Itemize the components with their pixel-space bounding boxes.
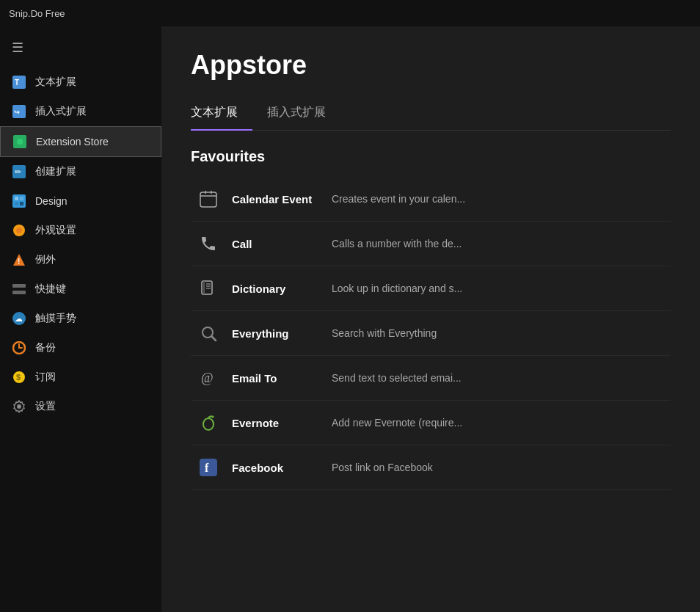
- sidebar-icon-text-extension: T: [12, 75, 26, 90]
- sidebar-label-shortcuts: 快捷键: [35, 283, 66, 296]
- extension-item-call[interactable]: CallCalls a number with the de...: [191, 222, 671, 266]
- svg-text:☁: ☁: [15, 314, 23, 323]
- sidebar-label-gestures: 触摸手势: [35, 312, 76, 325]
- svg-rect-18: [12, 291, 26, 294]
- sidebar-label-insert-extension: 插入式扩展: [35, 105, 87, 118]
- sidebar-icon-settings: [12, 399, 26, 414]
- tabs-bar: 文本扩展插入式扩展: [191, 98, 671, 131]
- svg-point-37: [203, 418, 214, 430]
- tab-text-ext-tab[interactable]: 文本扩展: [191, 99, 252, 131]
- app-title: Snip.Do Free: [9, 8, 65, 19]
- extension-name-everything: Everything: [232, 327, 320, 340]
- svg-point-38: [212, 416, 214, 418]
- svg-rect-8: [12, 194, 26, 208]
- main-layout: ☰ T文本扩展↪插入式扩展Extension Store✏创建扩展Design外…: [0, 26, 700, 612]
- sidebar-icon-gestures: ☁: [12, 311, 26, 326]
- sidebar-label-exceptions: 例外: [35, 253, 56, 266]
- tab-insert-ext-tab[interactable]: 插入式扩展: [267, 99, 340, 131]
- sidebar-icon-design: [12, 194, 26, 208]
- svg-text:f: f: [205, 462, 209, 474]
- svg-text:✏: ✏: [15, 167, 22, 176]
- svg-rect-10: [20, 197, 23, 200]
- extension-icon-call: [197, 232, 220, 255]
- sidebar-label-appearance: 外观设置: [35, 224, 76, 237]
- sidebar-item-shortcuts[interactable]: 快捷键: [0, 274, 161, 304]
- svg-rect-9: [15, 197, 18, 200]
- sidebar-item-insert-extension[interactable]: ↪插入式扩展: [0, 97, 161, 126]
- extension-icon-everything: [197, 321, 220, 345]
- sidebar-icon-subscription: $: [12, 370, 26, 385]
- sidebar-label-create-extension: 创建扩展: [35, 165, 76, 178]
- extension-desc-facebook: Post link on Facebook: [332, 462, 665, 473]
- tabs-container: 文本扩展插入式扩展: [191, 98, 355, 130]
- extension-item-evernote[interactable]: EvernoteAdd new Evernote (require...: [191, 401, 671, 445]
- sidebar-icon-insert-extension: ↪: [12, 104, 26, 119]
- sidebar-icon-extension-store: [12, 134, 27, 149]
- svg-text:!: !: [18, 258, 20, 266]
- sidebar-item-design[interactable]: Design: [0, 186, 161, 216]
- extension-icon-dictionary: [197, 277, 220, 300]
- sidebar-item-text-extension[interactable]: T文本扩展: [0, 68, 161, 97]
- svg-point-5: [17, 139, 23, 145]
- extension-name-dictionary: Dictionary: [232, 283, 320, 295]
- svg-point-14: [16, 227, 22, 233]
- sidebar-icon-shortcuts: [12, 282, 26, 296]
- sidebar-icon-backup: [12, 340, 26, 355]
- extension-desc-call: Calls a number with the de...: [332, 238, 665, 249]
- sidebar-label-settings: 设置: [35, 400, 56, 413]
- extension-item-email-to[interactable]: @Email ToSend text to selected emai...: [191, 356, 671, 401]
- extension-list: Calendar EventCreates event in your cale…: [191, 177, 671, 490]
- extension-item-everything[interactable]: EverythingSearch with Everything: [191, 311, 671, 356]
- sidebar-label-backup: 备份: [35, 341, 56, 354]
- extension-item-calendar-event[interactable]: Calendar EventCreates event in your cale…: [191, 177, 671, 222]
- svg-point-24: [17, 404, 21, 409]
- svg-rect-17: [12, 284, 26, 288]
- content-area: Appstore 文本扩展插入式扩展 Favourites Calendar E…: [161, 26, 700, 612]
- sidebar-item-extension-store[interactable]: Extension Store: [0, 126, 161, 157]
- extension-item-dictionary[interactable]: DictionaryLook up in dictionary and s...: [191, 266, 671, 311]
- extension-item-facebook[interactable]: fFacebookPost link on Facebook: [191, 445, 671, 490]
- extension-icon-facebook: f: [197, 456, 220, 479]
- sidebar: ☰ T文本扩展↪插入式扩展Extension Store✏创建扩展Design外…: [0, 26, 161, 612]
- sidebar-item-exceptions[interactable]: !例外: [0, 245, 161, 274]
- sidebar-item-subscription[interactable]: $订阅: [0, 363, 161, 392]
- sidebar-label-subscription: 订阅: [35, 371, 56, 384]
- sidebar-item-settings[interactable]: 设置: [0, 392, 161, 421]
- sidebar-label-design: Design: [35, 195, 68, 207]
- svg-rect-25: [200, 192, 216, 207]
- svg-rect-12: [20, 202, 23, 205]
- extension-name-call: Call: [232, 238, 320, 250]
- sidebar-icon-exceptions: !: [12, 252, 26, 267]
- extension-desc-dictionary: Look up in dictionary and s...: [332, 283, 665, 294]
- extension-icon-email-to: @: [197, 366, 220, 390]
- sidebar-item-create-extension[interactable]: ✏创建扩展: [0, 157, 161, 186]
- titlebar: Snip.Do Free: [0, 0, 700, 26]
- sidebar-icon-appearance: [12, 223, 26, 238]
- sidebar-items: T文本扩展↪插入式扩展Extension Store✏创建扩展Design外观设…: [0, 68, 161, 421]
- extension-name-facebook: Facebook: [232, 462, 320, 474]
- extension-name-evernote: Evernote: [232, 417, 320, 429]
- hamburger-icon: ☰: [12, 40, 23, 56]
- extension-desc-calendar-event: Creates event in your calen...: [332, 193, 665, 205]
- sidebar-label-text-extension: 文本扩展: [35, 76, 76, 89]
- sidebar-icon-create-extension: ✏: [12, 164, 26, 179]
- svg-text:T: T: [15, 79, 19, 87]
- sidebar-item-appearance[interactable]: 外观设置: [0, 216, 161, 245]
- sidebar-item-gestures[interactable]: ☁触摸手势: [0, 304, 161, 333]
- svg-text:$: $: [16, 373, 21, 382]
- extension-icon-evernote: [197, 411, 220, 434]
- section-title: Favourites: [191, 148, 671, 165]
- page-title: Appstore: [191, 50, 671, 81]
- extension-desc-everything: Search with Everything: [332, 327, 665, 339]
- sidebar-label-extension-store: Extension Store: [36, 136, 109, 147]
- svg-text:@: @: [201, 371, 214, 385]
- extension-name-email-to: Email To: [232, 372, 320, 385]
- extension-icon-calendar-event: [197, 187, 220, 211]
- extension-desc-email-to: Send text to selected emai...: [332, 372, 665, 384]
- svg-rect-11: [15, 202, 18, 205]
- hamburger-button[interactable]: ☰: [0, 34, 161, 62]
- sidebar-item-backup[interactable]: 备份: [0, 333, 161, 363]
- svg-rect-30: [203, 281, 205, 294]
- svg-text:↪: ↪: [14, 109, 20, 116]
- extension-desc-evernote: Add new Evernote (require...: [332, 417, 665, 429]
